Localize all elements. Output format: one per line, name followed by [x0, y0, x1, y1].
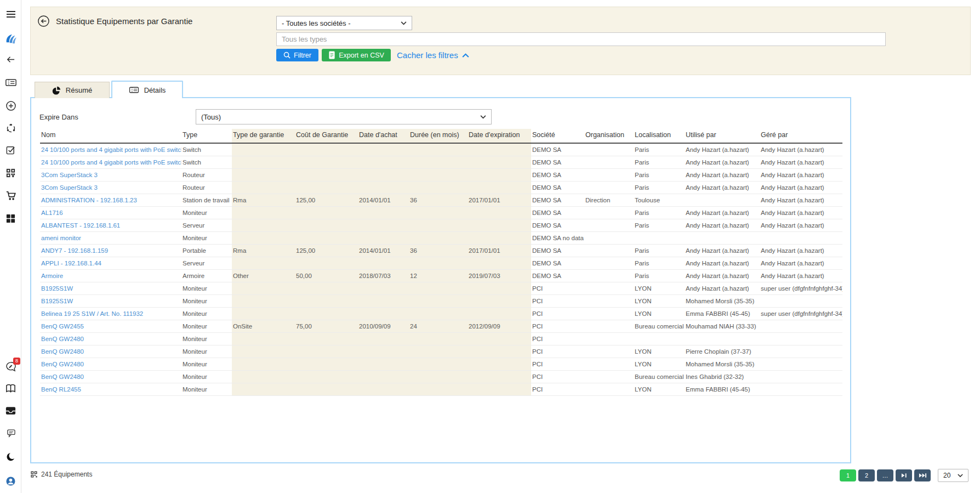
page-button-1[interactable]: 1: [840, 469, 856, 481]
cell-localisation: Paris: [634, 244, 685, 257]
company-select[interactable]: - Toutes les sociétés -: [276, 16, 412, 30]
inbox-icon[interactable]: [4, 404, 17, 417]
cart-icon[interactable]: [4, 189, 17, 202]
cell-type_garantie: [232, 156, 295, 168]
equipment-name-link[interactable]: Belinea 19 25 S1W / Art. No. 111932: [41, 310, 143, 317]
equipment-name-link[interactable]: APPLI - 192.168.1.44: [41, 260, 101, 267]
equipment-name-link[interactable]: BenQ GW2480: [41, 336, 84, 342]
column-header-gere_par[interactable]: Géré par: [760, 129, 842, 143]
column-header-societe[interactable]: Société: [531, 129, 584, 143]
column-header-type_garantie[interactable]: Type de garantie: [232, 129, 295, 143]
column-header-date_expiration[interactable]: Date d'expiration: [468, 129, 531, 143]
cell-date_expiration: [468, 358, 531, 370]
cell-localisation: Paris: [634, 219, 685, 231]
qr-code-icon[interactable]: [4, 167, 17, 179]
plus-circle-icon[interactable]: [4, 99, 17, 112]
tab-details[interactable]: Détails: [111, 81, 183, 98]
cell-gere_par: Andy Hazart (a.hazart): [760, 269, 842, 282]
page-button-…[interactable]: …: [877, 469, 893, 481]
equipment-name-link[interactable]: ALBANTEST - 192.168.1.61: [41, 222, 120, 229]
user-avatar-icon[interactable]: [4, 475, 17, 488]
arrow-left-icon[interactable]: [4, 53, 17, 66]
cell-nom: B1925S1W: [40, 294, 181, 307]
cell-date_achat: [358, 345, 409, 358]
column-header-localisation[interactable]: Localisation: [634, 129, 685, 143]
cell-utilise_par: Andy Hazart (a.hazart): [685, 168, 760, 181]
comments-icon[interactable]: [4, 427, 17, 440]
equipment-name-link[interactable]: B1925S1W: [41, 298, 73, 304]
cell-gere_par: [760, 345, 842, 358]
export-csv-button[interactable]: Export en CSV: [322, 49, 391, 61]
cell-duree: [409, 294, 468, 307]
cell-duree: 36: [409, 194, 468, 206]
grid-icon[interactable]: [4, 212, 17, 225]
equipment-name-link[interactable]: 24 10/100 ports and 4 gigabit ports with…: [41, 159, 181, 166]
equipment-name-link[interactable]: BenQ GW2480: [41, 361, 84, 367]
app-logo-icon[interactable]: [4, 32, 17, 45]
cell-nom: ANDY7 - 192.168.1.159: [40, 244, 181, 257]
cell-type: Moniteur: [181, 294, 232, 307]
cell-localisation: Paris: [634, 168, 685, 181]
pagination: 12… 20: [837, 469, 968, 482]
cell-type_garantie: [232, 219, 295, 231]
cell-gere_par: super user (dfgfnfnfghfghf-34): [760, 282, 842, 294]
cell-date_expiration: [468, 257, 531, 269]
cell-date_expiration: [468, 219, 531, 231]
cell-utilise_par: Andy Hazart (a.hazart): [685, 282, 760, 294]
menu-icon[interactable]: [4, 8, 17, 20]
cell-date_expiration: 2019/07/03: [468, 269, 531, 282]
sync-icon[interactable]: [4, 122, 17, 134]
filter-button[interactable]: Filtrer: [276, 49, 318, 61]
column-header-nom[interactable]: Nom: [40, 129, 181, 143]
equipment-name-link[interactable]: 3Com SuperStack 3: [41, 184, 98, 191]
column-header-utilise_par[interactable]: Utilisé par: [685, 129, 760, 143]
equipment-name-link[interactable]: BenQ GW2480: [41, 373, 84, 380]
book-icon[interactable]: [4, 382, 17, 395]
page-size-select[interactable]: 20: [938, 469, 968, 482]
cell-date_achat: [358, 332, 409, 345]
cell-utilise_par: Andy Hazart (a.hazart): [685, 244, 760, 257]
expire-select[interactable]: (Tous): [196, 109, 492, 124]
equipment-name-link[interactable]: Armoire: [41, 273, 63, 279]
column-header-date_achat[interactable]: Date d'achat: [358, 129, 409, 143]
column-header-organisation[interactable]: Organisation: [584, 129, 634, 143]
tab-bar: Résumé Détails: [35, 81, 183, 98]
checkbox-icon[interactable]: [4, 144, 17, 156]
column-header-cout_garantie[interactable]: Coût de Garantie: [295, 129, 358, 143]
column-header-type[interactable]: Type: [181, 129, 232, 143]
back-button[interactable]: [37, 15, 50, 27]
cell-utilise_par: [685, 231, 760, 244]
types-input[interactable]: [276, 32, 886, 46]
cell-localisation: LYON: [634, 294, 685, 307]
cell-societe: PCI: [531, 358, 584, 370]
equipment-name-link[interactable]: ADMINISTRATION - 192.168.1.23: [41, 197, 137, 203]
next-page-button[interactable]: [896, 469, 912, 481]
equipment-name-link[interactable]: BenQ GW2480: [41, 348, 84, 355]
equipment-name-link[interactable]: ameni monitor: [41, 235, 81, 241]
last-page-button[interactable]: [914, 469, 931, 481]
equipment-name-link[interactable]: ANDY7 - 192.168.1.159: [41, 247, 108, 254]
cell-localisation: LYON: [634, 345, 685, 358]
cell-utilise_par: Mohamed Morsli (35-35): [685, 294, 760, 307]
equipment-name-link[interactable]: 3Com SuperStack 3: [41, 172, 98, 178]
equipment-name-link[interactable]: 24 10/100 ports and 4 gigabit ports with…: [41, 146, 181, 153]
moon-icon[interactable]: [4, 451, 17, 463]
page-button-2[interactable]: 2: [858, 469, 875, 481]
company-select-value: - Toutes les sociétés -: [282, 19, 350, 27]
cell-gere_par: [760, 320, 842, 332]
cell-nom: Armoire: [40, 269, 181, 282]
details-panel: Expire Dans (Tous) NomTypeType de garant…: [30, 97, 851, 463]
cell-cout_garantie: [295, 370, 358, 383]
hide-filters-link[interactable]: Cacher les filtres: [397, 49, 469, 61]
column-header-duree[interactable]: Durée (en mois): [409, 129, 468, 143]
table-row: 24 10/100 ports and 4 gigabit ports with…: [40, 143, 842, 156]
search-icon: [283, 52, 290, 59]
equipment-name-link[interactable]: BenQ RL2455: [41, 386, 81, 393]
tab-resume[interactable]: Résumé: [35, 82, 110, 98]
equipment-name-link[interactable]: AL1716: [41, 209, 63, 216]
cell-date_expiration: 2017/01/01: [468, 244, 531, 257]
equipment-name-link[interactable]: BenQ GW2455: [41, 323, 84, 330]
equipment-name-link[interactable]: B1925S1W: [41, 285, 73, 292]
ticket-icon[interactable]: [4, 76, 17, 89]
chat-compose-icon[interactable]: 8: [4, 360, 17, 373]
